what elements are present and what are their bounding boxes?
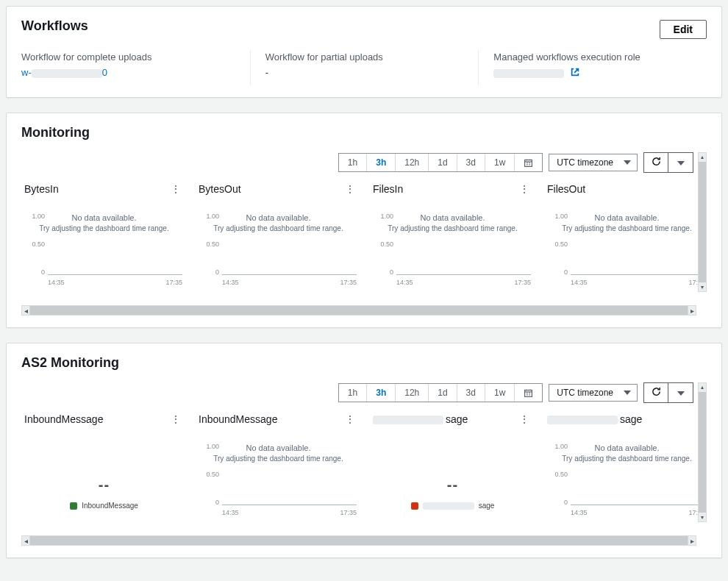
range-1h[interactable]: 1h [339, 384, 367, 402]
scroll-left-icon: ◂ [21, 305, 30, 316]
actions-dropdown-button[interactable] [668, 152, 693, 173]
chart-title: sage [373, 413, 468, 425]
no-data-message: No data available.Try adjusting the dash… [371, 213, 534, 234]
scroll-right-icon: ▸ [688, 535, 696, 546]
chart-title: BytesIn [24, 183, 59, 195]
chevron-down-icon [677, 388, 685, 399]
chart-legend: InboundMessage [23, 502, 185, 510]
no-value-dash: -- [371, 477, 534, 493]
x-tick: 17:35 [165, 279, 182, 286]
calendar-icon [524, 388, 533, 398]
time-range-group: 1h 3h 12h 1d 3d 1w [338, 383, 543, 402]
baseline [571, 274, 705, 275]
svg-rect-0 [525, 160, 532, 166]
range-1h[interactable]: 1h [339, 154, 367, 171]
y-tick: 0 [203, 499, 219, 506]
chevron-down-icon [624, 388, 631, 398]
chevron-down-icon [624, 157, 631, 168]
y-tick: 0.50 [203, 471, 219, 478]
range-1w[interactable]: 1w [485, 154, 515, 171]
chart-menu-button[interactable]: ⋮ [168, 182, 184, 196]
baseline [571, 505, 705, 505]
chart-menu-button[interactable]: ⋮ [516, 182, 532, 196]
custom-range-button[interactable] [515, 384, 542, 402]
custom-range-button[interactable] [515, 154, 542, 171]
range-12h[interactable]: 12h [396, 154, 429, 171]
vertical-scrollbar[interactable]: ▴ ▾ [698, 152, 707, 292]
legend-dot-icon [411, 502, 418, 510]
legend-dot-icon [70, 502, 77, 510]
chart-title: FilesIn [373, 183, 403, 195]
tz-label: UTC timezone [557, 157, 613, 168]
range-12h[interactable]: 12h [396, 384, 429, 402]
workflow-execution-role: Managed workflows execution role [478, 50, 707, 85]
chart-legend: sage [371, 502, 534, 510]
range-1d[interactable]: 1d [429, 384, 457, 402]
chart-card: InboundMessage⋮--InboundMessage [21, 409, 187, 530]
chart-card: sage⋮1.000.50014:3517:35No data availabl… [544, 409, 710, 530]
edit-button[interactable]: Edit [660, 20, 707, 39]
wf-label-role: Managed workflows execution role [493, 51, 692, 63]
refresh-button[interactable] [643, 382, 668, 403]
x-tick: 14:35 [396, 279, 413, 286]
svg-rect-1 [525, 390, 532, 396]
chart-menu-button[interactable]: ⋮ [342, 412, 358, 427]
wf-label-partial: Workflow for partial uploads [265, 51, 464, 63]
scrollbar-track[interactable] [30, 535, 688, 546]
chart-card: BytesIn⋮1.000.50014:3517:35No data avail… [21, 179, 187, 299]
scroll-down-icon: ▾ [701, 514, 704, 521]
chart-title: InboundMessage [199, 413, 277, 425]
chart-card: FilesIn⋮1.000.50014:3517:35No data avail… [370, 179, 535, 299]
chart-menu-button[interactable]: ⋮ [516, 412, 532, 427]
x-tick: 14:35 [571, 509, 588, 516]
scroll-left-icon: ◂ [21, 535, 30, 546]
monitoring-charts-row: BytesIn⋮1.000.50014:3517:35No data avail… [21, 179, 696, 304]
tz-label: UTC timezone [557, 388, 613, 398]
workflow-partial-uploads: Workflow for partial uploads - [250, 50, 479, 85]
x-tick: 14:35 [571, 279, 588, 286]
horizontal-scrollbar[interactable]: ◂ ▸ [21, 305, 696, 316]
chart-card: InboundMessage⋮1.000.50014:3517:35No dat… [196, 409, 361, 530]
scroll-right-icon: ▸ [688, 305, 696, 316]
execution-role-link[interactable] [493, 67, 580, 78]
y-tick: 0 [552, 499, 568, 506]
timezone-select[interactable]: UTC timezone [549, 384, 638, 402]
baseline [222, 505, 357, 505]
as2-toolbar: 1h 3h 12h 1d 3d 1w UTC timezone [21, 382, 693, 403]
vertical-scrollbar[interactable]: ▴ ▾ [698, 382, 707, 522]
chart-card: sage⋮-- sage [370, 409, 535, 530]
range-3d[interactable]: 3d [457, 154, 485, 171]
chart-body: --InboundMessage [23, 431, 185, 519]
range-1d[interactable]: 1d [429, 154, 457, 171]
scrollbar-thumb[interactable] [699, 162, 706, 282]
chart-body: 1.000.50014:3517:35No data available.Try… [546, 431, 708, 519]
legend-label: InboundMessage [82, 502, 138, 510]
timezone-select[interactable]: UTC timezone [549, 154, 638, 171]
chart-body: 1.000.50014:3517:35No data available.Try… [197, 201, 360, 289]
chart-body: 1.000.50014:3517:35No data available.Try… [197, 431, 360, 519]
chart-menu-button[interactable]: ⋮ [168, 412, 184, 427]
chart-menu-button[interactable]: ⋮ [342, 182, 358, 196]
y-tick: 0.50 [552, 240, 568, 248]
y-tick: 0.50 [552, 471, 568, 478]
chevron-down-icon [677, 157, 685, 168]
actions-dropdown-button[interactable] [668, 382, 693, 403]
x-tick: 14:35 [222, 509, 239, 516]
y-tick: 0 [552, 268, 568, 276]
chart-body: 1.000.50014:3517:35No data available.Try… [546, 201, 708, 289]
as2-monitoring-panel: AS2 Monitoring 1h 3h 12h 1d 3d 1w UTC ti… [6, 343, 722, 558]
y-tick: 0.50 [29, 240, 45, 248]
refresh-button[interactable] [643, 152, 668, 173]
monitoring-title: Monitoring [21, 125, 707, 140]
range-3d[interactable]: 3d [457, 384, 485, 402]
range-3h[interactable]: 3h [367, 154, 396, 171]
range-3h[interactable]: 3h [367, 384, 396, 402]
horizontal-scrollbar[interactable]: ◂ ▸ [21, 535, 696, 546]
x-tick: 17:35 [514, 279, 531, 286]
scrollbar-track[interactable] [30, 305, 688, 316]
baseline [396, 274, 531, 275]
scrollbar-thumb[interactable] [699, 392, 706, 513]
chart-body: 1.000.50014:3517:35No data available.Try… [371, 201, 534, 289]
workflow-id-link[interactable]: w-0 [21, 67, 107, 78]
range-1w[interactable]: 1w [485, 384, 515, 402]
